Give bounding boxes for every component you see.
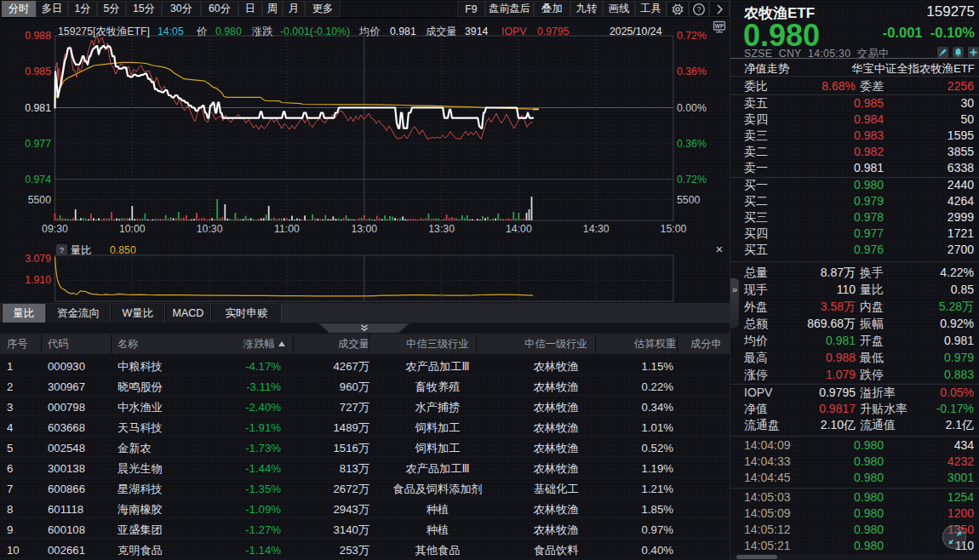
svg-text:WP: WP [715, 23, 724, 29]
svg-text:IOPV: IOPV [501, 26, 527, 37]
svg-text:0.36%: 0.36% [677, 66, 707, 77]
svg-text:0.72%: 0.72% [677, 174, 707, 186]
svg-text:?: ? [696, 5, 701, 14]
svg-text:-0.001(-0.10%): -0.001(-0.10%) [280, 26, 350, 37]
svg-text:14:00: 14:00 [506, 223, 532, 235]
svg-text:13:30: 13:30 [428, 223, 455, 235]
svg-text:均价: 均价 [358, 26, 381, 37]
svg-text:10:00: 10:00 [119, 223, 146, 235]
svg-text:?: ? [60, 245, 64, 254]
svg-text:量比: 量比 [71, 244, 92, 256]
svg-text:10:30: 10:30 [197, 223, 223, 235]
svg-text:3.079: 3.079 [25, 253, 51, 265]
svg-text:11:00: 11:00 [274, 223, 300, 235]
svg-text:14:05: 14:05 [157, 26, 184, 37]
svg-text:×: × [716, 242, 724, 256]
svg-text:5500: 5500 [677, 194, 701, 206]
svg-text:涨跌: 涨跌 [251, 26, 273, 37]
svg-text:14:30: 14:30 [583, 223, 610, 235]
svg-text:0.974: 0.974 [25, 174, 51, 186]
svg-text:13:00: 13:00 [351, 223, 377, 235]
svg-text:0.988: 0.988 [25, 30, 51, 42]
svg-text:0.9795: 0.9795 [537, 26, 570, 37]
svg-text:0.981: 0.981 [390, 26, 416, 37]
svg-text:0.850: 0.850 [110, 244, 136, 256]
svg-text:3914: 3914 [465, 26, 489, 37]
svg-text:0.980: 0.980 [215, 26, 242, 37]
svg-text:15:00: 15:00 [661, 223, 687, 235]
svg-text:0.985: 0.985 [25, 66, 51, 77]
svg-text:0.72%: 0.72% [677, 30, 707, 42]
svg-text:159275[农牧渔ETF]: 159275[农牧渔ETF] [58, 26, 150, 37]
svg-text:09:30: 09:30 [42, 223, 68, 235]
svg-text:0.36%: 0.36% [677, 138, 707, 150]
svg-text:价: 价 [196, 26, 208, 37]
svg-text:2025/10/24: 2025/10/24 [610, 26, 662, 37]
svg-text:0.977: 0.977 [25, 138, 51, 150]
svg-text:1.910: 1.910 [25, 274, 51, 286]
svg-text:0.981: 0.981 [25, 102, 51, 114]
svg-text:5500: 5500 [28, 194, 52, 206]
svg-text:0.00%: 0.00% [677, 102, 707, 114]
svg-text:成交量: 成交量 [426, 26, 457, 37]
